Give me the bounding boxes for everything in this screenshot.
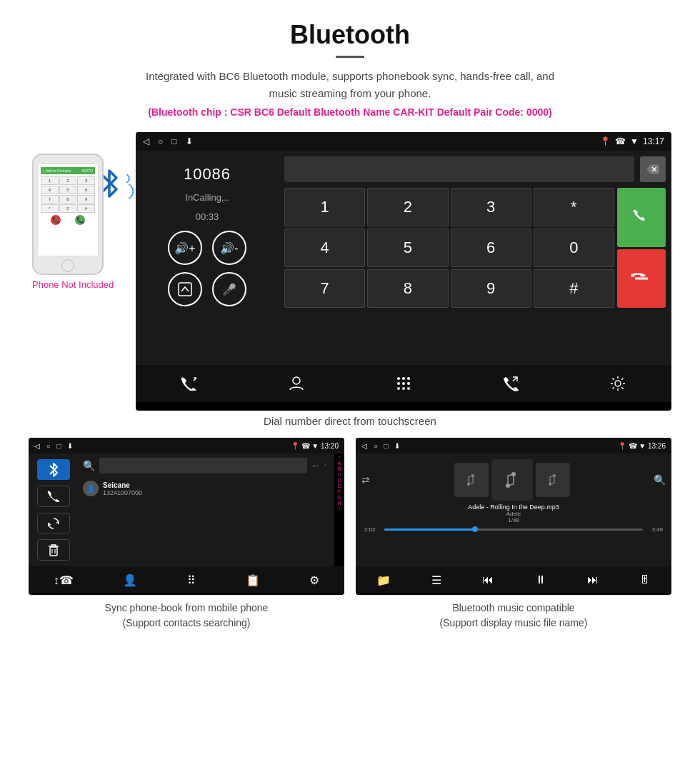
pb-nav-home: ○: [46, 442, 51, 450]
key-hash[interactable]: #: [534, 269, 614, 308]
phone-mockup: + Add to Contacts MOTO 1 2 3 4 5 6 7 8 9…: [32, 154, 104, 275]
nav-back-icon: ◁: [143, 136, 149, 146]
phone-screen-header: + Add to Contacts MOTO: [41, 167, 95, 174]
key-1[interactable]: 1: [284, 188, 365, 226]
music-next-icon[interactable]: ⏭: [587, 573, 599, 586]
music-prev-icon[interactable]: ⏮: [482, 573, 494, 586]
page-title: Bluetooth: [14, 20, 686, 50]
album-art-left: [454, 463, 489, 497]
key-7[interactable]: 7: [284, 269, 365, 308]
svg-point-16: [615, 381, 621, 386]
nav-calls-icon[interactable]: [171, 369, 207, 398]
music-play-icon[interactable]: ⏸: [535, 573, 546, 586]
dialpad-panel: 1 2 3 * 4 5 6 0 7 8 9 #: [279, 151, 671, 365]
mute-btn[interactable]: 🎤: [212, 272, 246, 306]
svg-marker-1: [647, 165, 659, 174]
pb-nav-calllog-icon[interactable]: 📋: [246, 573, 260, 587]
vol-up-btn[interactable]: 🔊+: [168, 231, 202, 265]
car-bottom-nav: [136, 365, 671, 402]
nav-settings-icon[interactable]: [600, 369, 636, 398]
key-8[interactable]: 8: [367, 269, 448, 308]
end-call-btn[interactable]: [617, 249, 666, 309]
svg-line-15: [513, 377, 517, 381]
vol-down-btn[interactable]: 🔊-: [212, 231, 246, 265]
car-status-bar: ◁ ○ □ ⬇ 📍 ☎ ▼ 13:17: [136, 132, 671, 151]
svg-rect-17: [50, 547, 57, 556]
key-0[interactable]: 0: [534, 229, 614, 267]
pb-nav-calls-icon[interactable]: ↕☎: [54, 573, 74, 587]
car-screen: ◁ ○ □ ⬇ 📍 ☎ ▼ 13:17 10086 InCalling... 0…: [136, 132, 671, 411]
answer-btn[interactable]: [617, 188, 666, 247]
svg-point-11: [407, 382, 410, 385]
pb-bt-btn[interactable]: [37, 459, 70, 480]
music-progress: 2:02 3:49: [361, 526, 666, 533]
key-9[interactable]: 9: [451, 269, 531, 308]
track-title: Adele - Rolling In the Deep.mp3: [468, 503, 559, 511]
music-total-time: 3:49: [646, 526, 663, 533]
key-5[interactable]: 5: [367, 229, 448, 267]
svg-point-14: [407, 387, 410, 390]
dialpad-grid: 1 2 3 * 4 5 6 0 7 8 9 #: [284, 188, 614, 308]
pb-search-icon: 🔍: [83, 460, 95, 471]
pb-contact-item[interactable]: 👤 Seicane 13241007000: [83, 478, 330, 499]
pb-nav-contacts-icon[interactable]: 👤: [123, 573, 137, 587]
bt-specs: (Bluetooth chip : CSR BC6 Default Blueto…: [14, 106, 686, 118]
music-list-icon[interactable]: ☰: [431, 573, 441, 587]
key-4[interactable]: 4: [284, 229, 365, 267]
dial-input[interactable]: [284, 156, 634, 182]
car-call-area: 10086 InCalling... 00:33 🔊+ 🔊-: [136, 151, 671, 365]
phonebook-caption: Sync phone-book from mobile phone (Suppo…: [29, 601, 344, 631]
music-wifi-icon: ▼: [639, 442, 646, 450]
phone-call-btn: 📞: [75, 215, 85, 225]
pb-contact-number: 13241007000: [103, 489, 330, 496]
album-arts: [376, 459, 648, 501]
svg-point-13: [402, 387, 405, 390]
key-star[interactable]: *: [534, 188, 614, 226]
nav-contacts-icon[interactable]: [279, 369, 314, 398]
pb-call-btn[interactable]: [37, 486, 70, 507]
key-2[interactable]: 2: [367, 188, 448, 226]
key-6[interactable]: 6: [451, 229, 531, 267]
music-folder-icon[interactable]: 📁: [376, 573, 391, 587]
music-progress-dot: [472, 526, 478, 532]
svg-point-8: [407, 377, 410, 380]
music-bottom-nav: 📁 ☰ ⏮ ⏸ ⏭ 🎚: [356, 566, 671, 593]
music-gps-icon: 📍: [618, 442, 626, 450]
album-art-right: [536, 463, 570, 497]
nav-calllog-icon[interactable]: [493, 369, 529, 398]
backspace-btn[interactable]: [640, 156, 666, 182]
bottom-screens-section: ◁ ○ □ ⬇ 📍 ☎ ▼ 13:20: [0, 438, 700, 645]
svg-point-12: [397, 387, 400, 390]
music-progress-fill: [384, 528, 475, 531]
pb-search-input[interactable]: [99, 458, 307, 473]
pb-nav-settings-icon[interactable]: ⚙: [309, 573, 319, 587]
page-header: Bluetooth Integrated with BC6 Bluetooth …: [0, 0, 700, 125]
call-action-buttons: [617, 188, 666, 308]
music-eq-icon[interactable]: 🎚: [639, 573, 651, 586]
pb-nav-dialpad-icon[interactable]: ⠿: [187, 573, 196, 587]
call-number: 10086: [184, 165, 231, 184]
wifi-icon: ▼: [630, 136, 639, 146]
time-display: 13:17: [643, 136, 664, 146]
svg-point-23: [506, 483, 510, 488]
svg-point-9: [397, 382, 400, 385]
nav-dialpad-icon[interactable]: [386, 369, 421, 398]
main-screen-section: + Add to Contacts MOTO 1 2 3 4 5 6 7 8 9…: [0, 125, 700, 411]
music-nav-dl: ⬇: [394, 442, 400, 450]
key-3[interactable]: 3: [451, 188, 531, 226]
music-caption: Bluetooth music compatible (Support disp…: [356, 601, 671, 631]
music-status-bar: ◁ ○ □ ⬇ 📍 ☎ ▼ 13:26: [356, 438, 671, 453]
shuffle-icon[interactable]: ⇄: [361, 474, 370, 486]
pb-delete-btn[interactable]: [37, 539, 70, 561]
pb-wifi-icon: ▼: [311, 442, 319, 450]
pb-contact-name: Seicane: [103, 481, 330, 489]
pb-contact-details: Seicane 13241007000: [103, 481, 330, 496]
nav-dl-icon: ⬇: [186, 136, 193, 146]
pb-sync-btn[interactable]: [37, 513, 70, 534]
music-progress-bar[interactable]: [384, 528, 643, 531]
music-search-icon[interactable]: 🔍: [654, 474, 666, 486]
nav-recent-icon: □: [171, 136, 176, 146]
pb-time: 13:20: [321, 442, 339, 450]
title-divider: [336, 56, 364, 58]
transfer-btn[interactable]: [168, 272, 202, 306]
